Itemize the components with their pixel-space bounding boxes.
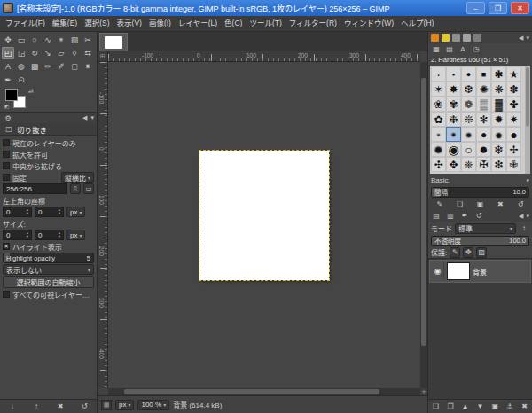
layers-footer-button-duplicate-layer[interactable]: ▣ xyxy=(489,401,500,412)
menu-item[interactable]: レイヤー(L) xyxy=(175,16,221,31)
tool-button-crop[interactable]: ◰ xyxy=(2,47,14,59)
aspect-ratio-input[interactable]: 256:256 xyxy=(3,183,67,194)
brush-swatch[interactable]: ▓ xyxy=(491,97,506,112)
brush-swatch[interactable]: ● xyxy=(461,66,476,82)
size-height-input[interactable]: 0 ▴▾ xyxy=(35,230,64,240)
menu-item[interactable]: 画像(I) xyxy=(145,16,175,31)
brush-swatch[interactable]: ❋ xyxy=(491,82,506,97)
layer-mode-dropdown[interactable]: 標準 ▾ xyxy=(455,223,516,234)
brush-action-new-brush[interactable]: ❏ xyxy=(455,199,466,209)
menu-item[interactable]: 選択(S) xyxy=(81,16,113,31)
tool-button-paths[interactable]: ✒ xyxy=(2,74,14,86)
tool-button-rotate[interactable]: ↻ xyxy=(28,47,41,59)
brush-swatch[interactable]: ✶ xyxy=(431,82,446,97)
default-colors-icon[interactable]: ◩ xyxy=(4,103,10,109)
spinner-icon[interactable]: ▴▾ xyxy=(59,208,60,216)
scrollbar-thumb[interactable] xyxy=(526,67,529,127)
brush-swatch[interactable]: ✻ xyxy=(476,112,491,127)
brush-action-duplicate-brush[interactable]: ▣ xyxy=(474,199,485,209)
tool-options-tab-icon[interactable]: ⚙ xyxy=(3,113,13,123)
menu-item[interactable]: 編集(E) xyxy=(49,16,81,31)
dialog-tab-brushes[interactable] xyxy=(431,34,439,42)
lock-toggle-lock-alpha[interactable]: ▨ xyxy=(476,247,487,258)
brush-action-refresh-brushes[interactable]: ↺ xyxy=(515,199,526,209)
menu-item[interactable]: ウィンドウ(W) xyxy=(340,16,397,31)
layer-opacity-slider[interactable]: 不透明度 100.0 xyxy=(431,236,529,246)
tool-button-scale[interactable]: ↘ xyxy=(42,47,54,59)
tool-button-airbrush[interactable]: ✷ xyxy=(82,60,94,73)
dock-menu-icon[interactable]: ▾ xyxy=(526,213,529,220)
fixed-mode-dropdown[interactable]: 縦横比 ▾ xyxy=(61,172,94,183)
panel-tab-icon-view-list[interactable]: ▤ xyxy=(444,43,455,54)
ruler-corner-button[interactable]: ⊞ xyxy=(98,51,108,62)
brush-action-edit-brush[interactable]: ✎ xyxy=(434,199,445,209)
navigation-button[interactable]: ✛ xyxy=(420,388,427,395)
brush-swatch[interactable]: ✥ xyxy=(446,157,461,172)
menu-item[interactable]: フィルター(R) xyxy=(286,16,340,31)
chevron-down-icon[interactable]: ▾ xyxy=(526,177,529,184)
highlight-checkbox[interactable]: ✕ xyxy=(3,243,10,250)
dock-tab-layers[interactable]: ▤ xyxy=(431,211,442,222)
dialog-tab-patterns[interactable] xyxy=(442,34,450,42)
brush-swatch[interactable]: ✠ xyxy=(476,157,491,172)
brush-swatch[interactable]: ● xyxy=(431,127,446,142)
auto-shrink-button[interactable]: 選択範囲の自動縮小 xyxy=(3,276,94,288)
brush-swatch[interactable]: ✷ xyxy=(506,112,521,127)
dock-menu-icon[interactable]: ▾ xyxy=(90,114,94,121)
layers-footer-button-delete-layer[interactable]: ✖ xyxy=(520,401,530,412)
lock-toggle-lock-position[interactable]: ✥ xyxy=(463,247,473,258)
menu-item[interactable]: 表示(V) xyxy=(113,16,145,31)
dialog-tab-gradients[interactable] xyxy=(452,34,460,42)
brush-swatch[interactable]: ✹ xyxy=(491,112,506,127)
tool-button-paintbrush[interactable]: ✐ xyxy=(55,60,67,73)
spinner-icon[interactable]: ▴▾ xyxy=(27,231,28,239)
sample-merged-checkbox[interactable] xyxy=(3,291,10,298)
statusbar-unit-dropdown[interactable]: px ▾ xyxy=(115,400,134,410)
tool-options-footer-icon-reset-options[interactable]: ↺ xyxy=(79,401,90,412)
tool-button-zoom[interactable]: ⊙ xyxy=(15,74,27,86)
brush-swatch[interactable]: ○ xyxy=(461,142,476,157)
tool-button-unified-transform[interactable]: ◲ xyxy=(15,47,27,59)
brush-grid-scrollbar[interactable] xyxy=(525,66,530,174)
foreground-color-swatch[interactable] xyxy=(5,89,18,101)
menu-item[interactable]: ファイル(F) xyxy=(2,16,49,31)
option-sample-merged[interactable]: すべての可視レイヤーを対象... xyxy=(3,289,94,300)
maximize-button[interactable]: ❐ xyxy=(489,2,507,14)
highlight-opacity-slider[interactable]: Highlight opacity 5 xyxy=(3,253,94,263)
tool-button-move[interactable]: ✥ xyxy=(2,34,14,46)
brush-swatch[interactable]: ◉ xyxy=(446,142,461,157)
position-y-input[interactable]: 0 ▴▾ xyxy=(35,206,64,217)
panel-tab-icon-history-tab[interactable]: ◷ xyxy=(471,43,481,54)
quickmask-toggle[interactable]: ▦ xyxy=(101,400,112,410)
layers-footer-button-anchor-layer[interactable]: ⚓ xyxy=(505,401,515,412)
dock-left-arrow-icon[interactable]: ◀ xyxy=(82,114,87,121)
brush-swatch[interactable]: ❆ xyxy=(461,82,476,97)
brush-swatch[interactable]: ● xyxy=(461,127,476,142)
brush-swatch[interactable]: ✢ xyxy=(506,142,521,157)
option-highlight[interactable]: ✕ ハイライト表示 xyxy=(3,241,94,252)
portrait-icon[interactable]: ▯ xyxy=(70,183,81,194)
brush-swatch[interactable]: ❉ xyxy=(446,112,461,127)
visibility-eye-icon[interactable]: ◉ xyxy=(432,262,444,280)
tool-button-scissors-select[interactable]: ✂ xyxy=(82,34,94,46)
dock-tab-paths[interactable]: ✒ xyxy=(459,211,470,222)
brush-swatch[interactable]: ✙ xyxy=(506,157,521,172)
layers-footer-button-raise-layer[interactable]: ▲ xyxy=(460,401,471,412)
panel-tab-icon-fonts-tab[interactable]: A xyxy=(458,43,468,54)
close-button[interactable]: ✕ xyxy=(511,2,529,14)
guides-dropdown[interactable]: 表示しない ▾ xyxy=(3,264,94,275)
tool-button-pencil[interactable]: ✏ xyxy=(42,60,54,73)
dock-tab-channels[interactable]: ▥ xyxy=(445,211,456,222)
fixed-checkbox[interactable] xyxy=(3,174,10,181)
layer-row-background[interactable]: ◉ 背景 xyxy=(429,260,531,283)
tool-options-footer-icon-restore-options[interactable]: ↑ xyxy=(31,401,42,412)
horizontal-scrollbar[interactable] xyxy=(108,388,420,395)
unit-dropdown[interactable]: px ▾ xyxy=(66,230,85,240)
layers-footer-button-new-layer[interactable]: ❏ xyxy=(430,401,441,412)
menu-item[interactable]: ツール(T) xyxy=(246,16,285,31)
brush-swatch[interactable]: ▒ xyxy=(476,97,491,112)
tool-button-fuzzy-select[interactable]: ✴ xyxy=(55,34,67,46)
brush-swatch[interactable]: ✸ xyxy=(446,82,461,97)
dock-tab-history[interactable]: ↺ xyxy=(473,211,484,222)
tool-button-bucket-fill[interactable]: ◍ xyxy=(15,60,27,73)
